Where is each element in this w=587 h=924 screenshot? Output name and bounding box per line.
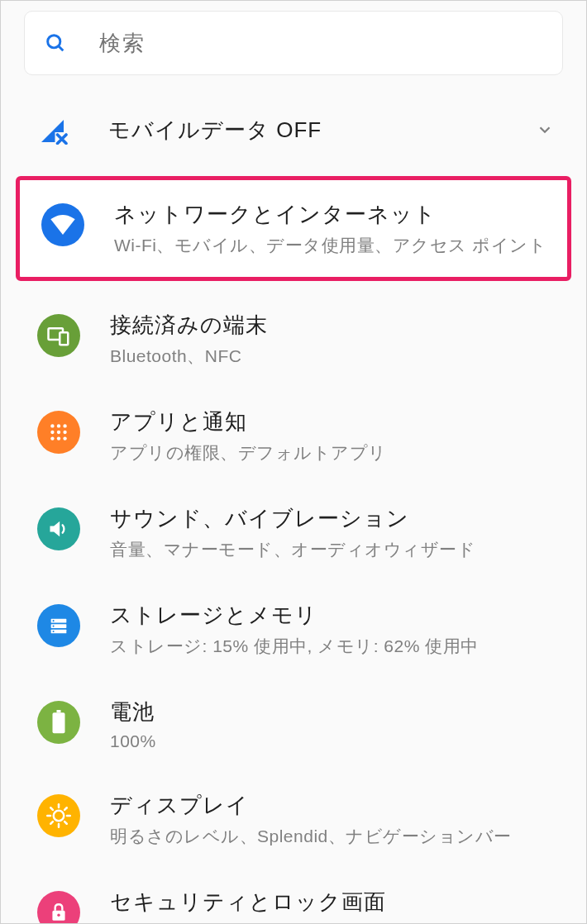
settings-item-subtitle: ストレージ: 15% 使用中, メモリ: 62% 使用中 bbox=[110, 635, 563, 658]
highlight-box: ネットワークとインターネット Wi-Fi、モバイル、データ使用量、アクセス ポイ… bbox=[16, 176, 571, 281]
svg-point-20 bbox=[53, 631, 55, 632]
svg-point-9 bbox=[57, 431, 60, 434]
settings-item-title: セキュリティとロック画面 bbox=[110, 888, 563, 917]
svg-rect-4 bbox=[60, 332, 68, 345]
svg-point-11 bbox=[50, 436, 54, 440]
settings-item-title: ストレージとメモリ bbox=[110, 601, 563, 630]
svg-line-31 bbox=[64, 807, 67, 810]
settings-item-storage[interactable]: ストレージとメモリ ストレージ: 15% 使用中, メモリ: 62% 使用中 bbox=[1, 581, 586, 678]
search-bar[interactable]: 検索 bbox=[24, 11, 563, 75]
settings-item-security[interactable]: セキュリティとロック画面 指紋認証、顔認証、壁紙スライドショー、位置情報 bbox=[1, 868, 586, 924]
svg-point-8 bbox=[50, 431, 54, 434]
sound-icon bbox=[37, 507, 80, 550]
svg-point-18 bbox=[53, 620, 55, 622]
wifi-icon bbox=[41, 203, 84, 246]
settings-item-title: アプリと通知 bbox=[110, 407, 563, 436]
mobile-data-row[interactable]: モバイルデータ OFF bbox=[1, 92, 586, 168]
settings-item-subtitle: 音量、マナーモード、オーディオウィザード bbox=[110, 538, 563, 561]
battery-icon bbox=[37, 701, 80, 744]
svg-point-33 bbox=[57, 914, 60, 917]
settings-item-title: 電池 bbox=[110, 698, 563, 726]
svg-point-6 bbox=[57, 424, 60, 427]
settings-item-battery[interactable]: 電池 100% bbox=[1, 678, 586, 771]
search-icon bbox=[43, 31, 68, 55]
settings-item-title: ネットワークとインターネット bbox=[114, 200, 547, 229]
chevron-down-icon bbox=[535, 120, 555, 140]
svg-point-0 bbox=[48, 36, 60, 48]
settings-item-subtitle: アプリの権限、デフォルトアプリ bbox=[110, 441, 563, 464]
settings-item-display[interactable]: ディスプレイ 明るさのレベル、Splendid、ナビゲーションバー bbox=[1, 771, 586, 868]
svg-rect-21 bbox=[57, 710, 61, 712]
settings-item-subtitle: Bluetooth、NFC bbox=[110, 345, 563, 368]
settings-item-connected[interactable]: 接続済みの端末 Bluetooth、NFC bbox=[1, 291, 586, 388]
settings-item-sound[interactable]: サウンド、バイブレーション 音量、マナーモード、オーディオウィザード bbox=[1, 484, 586, 581]
settings-item-subtitle: 明るさのレベル、Splendid、ナビゲーションバー bbox=[110, 825, 563, 848]
settings-item-subtitle: Wi-Fi、モバイル、データ使用量、アクセス ポイント bbox=[114, 234, 547, 257]
svg-point-19 bbox=[53, 626, 55, 627]
settings-item-title: サウンド、バイブレーション bbox=[110, 504, 563, 533]
mobile-data-label: モバイルデータ OFF bbox=[108, 116, 322, 145]
settings-item-title: 接続済みの端末 bbox=[110, 311, 563, 340]
svg-line-1 bbox=[59, 46, 64, 51]
devices-icon bbox=[37, 314, 80, 357]
svg-rect-22 bbox=[53, 712, 65, 733]
svg-point-10 bbox=[63, 431, 66, 434]
svg-point-13 bbox=[63, 436, 66, 440]
settings-item-subtitle: 100% bbox=[110, 731, 563, 751]
signal-off-icon bbox=[37, 113, 70, 146]
apps-icon bbox=[37, 411, 80, 454]
svg-point-23 bbox=[54, 811, 64, 822]
svg-point-12 bbox=[57, 436, 60, 440]
svg-line-30 bbox=[50, 822, 53, 824]
svg-line-29 bbox=[64, 822, 67, 824]
svg-line-28 bbox=[50, 807, 53, 810]
brightness-icon bbox=[37, 794, 80, 837]
svg-point-5 bbox=[50, 424, 54, 427]
storage-icon bbox=[37, 604, 80, 647]
settings-item-apps[interactable]: アプリと通知 アプリの権限、デフォルトアプリ bbox=[1, 388, 586, 484]
search-placeholder: 検索 bbox=[99, 29, 146, 58]
settings-item-network[interactable]: ネットワークとインターネット Wi-Fi、モバイル、データ使用量、アクセス ポイ… bbox=[20, 180, 567, 277]
svg-point-7 bbox=[63, 424, 66, 427]
settings-item-title: ディスプレイ bbox=[110, 791, 563, 820]
lock-icon bbox=[37, 891, 80, 924]
